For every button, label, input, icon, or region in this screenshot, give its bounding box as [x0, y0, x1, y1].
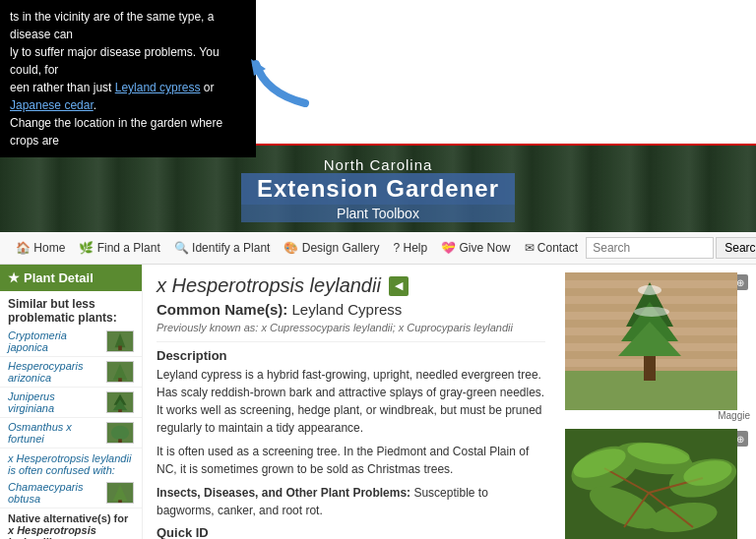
plant-thumb-juniperus [106, 391, 134, 413]
content-area: x Hesperotropsis leylandii ◀ Common Name… [143, 265, 559, 539]
prev-label: Previously known as: [157, 322, 258, 333]
tooltip-text3: een rather than just [10, 81, 115, 94]
search-button[interactable]: Search [716, 237, 756, 259]
nav-help[interactable]: ? Help [387, 238, 433, 258]
quick-id-label: Quick ID [157, 525, 545, 539]
plant-thumb-hesperocyparis [106, 361, 134, 383]
japanese-cedar-link[interactable]: Japanese cedar [10, 98, 94, 112]
sidebar: ★ Plant Detail Similar but less problema… [0, 265, 143, 539]
plant-detail-icon: ★ [8, 270, 20, 285]
plant-thumb-cryptomeria [106, 330, 134, 352]
svg-rect-7 [118, 409, 122, 412]
tooltip-text2: ly to suffer major disease problems. You… [10, 45, 220, 77]
list-item: Chamaecyparis obtusa [0, 478, 142, 509]
svg-point-30 [638, 285, 662, 295]
banner-subtitle: Plant Toolbox [241, 205, 515, 222]
images-area: ⊕ [559, 265, 756, 539]
plant-image-2 [565, 429, 737, 539]
description-text: Leyland cypress is a hybrid fast-growing… [157, 366, 545, 437]
image-container-1: ⊕ [565, 272, 750, 421]
tooltip-text5: Change the location in the garden where … [10, 116, 222, 148]
nav-bar: 🏠 Home 🌿 Find a Plant 🔍 Identify a Plant… [0, 232, 756, 265]
plant-scientific-name: x Hesperotropsis leylandii ◀ [157, 274, 545, 297]
tooltip-arrow [246, 54, 315, 113]
plant-name-hesperocyparis[interactable]: Hesperocyparis arizonica [8, 360, 102, 384]
list-item: Osmanthus x fortunei [0, 418, 142, 449]
description-text2: It is often used as a screening tree. In… [157, 443, 545, 478]
sidebar-title: Plant Detail [24, 270, 94, 285]
nav-give[interactable]: 💝 Give Now [435, 238, 516, 258]
nav-gallery[interactable]: 🎨 Design Gallery [278, 238, 385, 258]
plant-name-chamaecyparis[interactable]: Chamaecyparis obtusa [8, 481, 102, 505]
plant-name-cryptomeria[interactable]: Cryptomeria japonica [8, 329, 102, 353]
scientific-name-text: x Hesperotropsis leylandii [157, 274, 381, 297]
main-layout: ★ Plant Detail Similar but less problema… [0, 265, 756, 539]
plant-image-1 [565, 272, 737, 410]
nav-home[interactable]: 🏠 Home [10, 238, 71, 258]
search-input[interactable] [586, 237, 714, 259]
leyland-link[interactable]: Leyland cypress [115, 81, 201, 94]
description-label: Description [157, 341, 545, 363]
sound-button[interactable]: ◀ [389, 276, 409, 296]
banner-nc: North Carolina [241, 156, 515, 173]
common-name-line: Common Name(s): Leyland Cypress [157, 301, 545, 318]
image-caption-1: Maggie [565, 410, 750, 421]
banner-title: Extension Gardener [241, 173, 515, 205]
common-name-label: Common Name(s): [157, 301, 287, 318]
previously-known: Previously known as: x Cupressocyparis l… [157, 322, 545, 333]
svg-rect-9 [118, 439, 122, 443]
svg-rect-16 [565, 272, 737, 280]
svg-rect-2 [118, 346, 122, 351]
confused-title: x Hesperotropsis leylandii is often conf… [0, 449, 142, 478]
svg-marker-6 [113, 399, 128, 410]
svg-point-31 [634, 307, 669, 317]
confused-plant-name: x Hesperotropsis leylandii is often conf… [8, 452, 131, 476]
nav-contact[interactable]: ✉ Contact [519, 238, 585, 258]
nav-search-area: Search [586, 237, 756, 259]
plant-thumb-osmanthus [106, 422, 134, 444]
plant-thumb-chamaecyparis [106, 482, 134, 504]
common-name-val: Leyland Cypress [292, 301, 403, 318]
nav-find-plant[interactable]: 🌿 Find a Plant [73, 238, 165, 258]
banner-content: North Carolina Extension Gardener Plant … [241, 156, 515, 222]
svg-point-8 [111, 426, 129, 441]
similar-plants-title: Similar but less problematic plants: [0, 291, 142, 327]
problems-label: Insects, Diseases, and Other Plant Probl… [157, 486, 410, 500]
problems-text: Insects, Diseases, and Other Plant Probl… [157, 484, 545, 519]
sidebar-header: ★ Plant Detail [0, 265, 142, 291]
native-title: Native alternative(s) for x Hesperotrops… [0, 509, 142, 539]
tooltip-popup: ts in the vicinity are of the same type,… [0, 0, 256, 157]
prev-text: x Cupressocyparis leylandii; x Cuprocypa… [261, 322, 513, 333]
plant-name-osmanthus[interactable]: Osmanthus x fortunei [8, 421, 102, 445]
svg-marker-1 [115, 333, 126, 348]
nav-identify[interactable]: 🔍 Identify a Plant [168, 238, 277, 258]
tooltip-text: ts in the vicinity are of the same type,… [10, 10, 214, 41]
svg-rect-4 [118, 378, 122, 382]
image-container-2: ⊕ [565, 429, 750, 539]
svg-marker-10 [113, 485, 128, 501]
banner: North Carolina Extension Gardener Plant … [0, 146, 756, 232]
svg-marker-3 [113, 364, 128, 380]
list-item: Juniperus virginiana [0, 388, 142, 418]
list-item: Cryptomeria japonica [0, 327, 142, 357]
plant-name-juniperus[interactable]: Juniperus virginiana [8, 390, 102, 414]
svg-rect-11 [118, 500, 122, 503]
list-item: Hesperocyparis arizonica [0, 357, 142, 388]
